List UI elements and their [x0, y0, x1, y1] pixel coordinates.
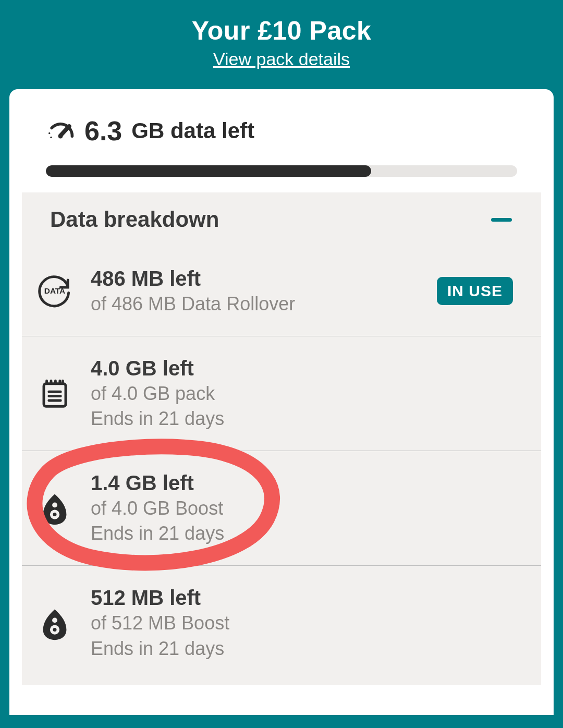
breakdown-item-ends: Ends in 21 days — [91, 636, 513, 662]
data-summary: 6.3 GB data left — [9, 115, 554, 192]
breakdown-item-amount: 4.0 GB left — [91, 355, 513, 381]
svg-text:DATA: DATA — [44, 286, 65, 295]
data-left-line: 6.3 GB data left — [46, 115, 517, 147]
breakdown-title: Data breakdown — [50, 207, 219, 232]
boost-icon — [36, 605, 73, 641]
breakdown-item-amount: 486 MB left — [91, 265, 419, 292]
data-rollover-icon: DATA — [36, 273, 73, 309]
svg-point-10 — [53, 628, 57, 632]
breakdown-item-texts: 486 MB leftof 486 MB Data Rollover — [91, 265, 419, 317]
data-progress-bar — [46, 165, 371, 177]
data-breakdown: Data breakdown DATA 486 MB leftof 486 MB… — [22, 192, 541, 685]
breakdown-items: DATA 486 MB leftof 486 MB Data RolloverI… — [22, 247, 541, 680]
data-left-unit: GB data left — [131, 118, 254, 143]
breakdown-header: Data breakdown — [22, 207, 541, 247]
pack-icon — [36, 375, 73, 411]
breakdown-item-amount: 512 MB left — [91, 585, 513, 611]
breakdown-item-of: of 486 MB Data Rollover — [91, 292, 419, 317]
breakdown-item-texts: 1.4 GB leftof 4.0 GB BoostEnds in 21 day… — [91, 470, 513, 547]
collapse-button[interactable] — [490, 208, 513, 231]
svg-point-0 — [50, 137, 52, 138]
svg-point-7 — [53, 513, 57, 516]
breakdown-item: 1.4 GB leftof 4.0 GB BoostEnds in 21 day… — [22, 451, 541, 566]
breakdown-item-of: of 512 MB Boost — [91, 611, 513, 636]
view-pack-details-link[interactable]: View pack details — [213, 49, 350, 69]
breakdown-item: 512 MB leftof 512 MB BoostEnds in 21 day… — [22, 566, 541, 680]
breakdown-item-of: of 4.0 GB Boost — [91, 496, 513, 521]
svg-point-1 — [48, 132, 50, 134]
svg-point-2 — [58, 134, 63, 139]
pack-header: Your £10 Pack View pack details — [0, 0, 563, 80]
pack-title: Your £10 Pack — [0, 16, 563, 46]
in-use-badge: IN USE — [437, 277, 513, 305]
breakdown-item-amount: 1.4 GB left — [91, 470, 513, 496]
svg-point-8 — [52, 617, 57, 623]
data-card: 6.3 GB data left Data breakdown DATA 486… — [9, 89, 554, 715]
minus-icon — [491, 218, 512, 222]
breakdown-item: 4.0 GB leftof 4.0 GB packEnds in 21 days — [22, 336, 541, 451]
breakdown-item: DATA 486 MB leftof 486 MB Data RolloverI… — [22, 247, 541, 336]
svg-point-5 — [52, 503, 57, 508]
breakdown-item-texts: 4.0 GB leftof 4.0 GB packEnds in 21 days — [91, 355, 513, 432]
breakdown-item-texts: 512 MB leftof 512 MB BoostEnds in 21 day… — [91, 585, 513, 661]
gauge-icon — [46, 116, 75, 145]
breakdown-item-ends: Ends in 21 days — [91, 521, 513, 547]
breakdown-item-ends: Ends in 21 days — [91, 406, 513, 432]
boost-icon — [36, 490, 73, 526]
data-progress — [46, 165, 517, 177]
breakdown-item-of: of 4.0 GB pack — [91, 381, 513, 407]
data-left-value: 6.3 — [84, 115, 122, 147]
